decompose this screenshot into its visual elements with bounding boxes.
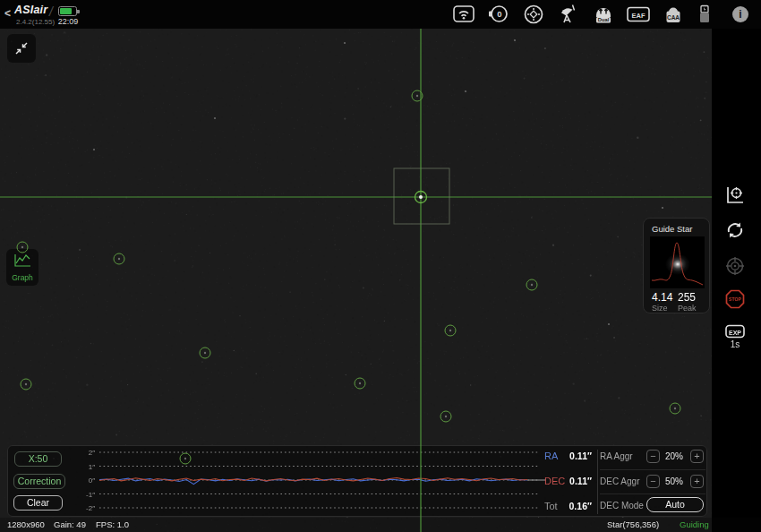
dec-value: 0.11″ — [560, 476, 592, 486]
guide-star-size-value: 4.14 — [652, 291, 672, 304]
divider — [597, 450, 598, 514]
tot-value: 0.16″ — [560, 501, 592, 511]
ra-aggr-minus-button[interactable]: − — [646, 450, 660, 463]
tot-label: Tot — [544, 501, 558, 511]
gain-text: Gain: 49 — [54, 519, 86, 529]
guide-star-title: Guide Star — [652, 224, 692, 234]
ra-aggr-value: 20% — [659, 451, 689, 461]
exposure-value: 1s — [723, 339, 747, 349]
svg-text:EAF: EAF — [632, 12, 646, 20]
usb-icon[interactable] — [692, 3, 717, 26]
resolution-text: 1280x960 — [7, 519, 45, 529]
guiding-state-text: Guiding — [680, 519, 709, 529]
svg-text:CAA: CAA — [667, 14, 680, 21]
dec-aggr-label: DEC Aggr — [600, 476, 639, 486]
y-tick-label: -2″ — [86, 504, 95, 512]
dec-mode-label: DEC Mode — [600, 501, 644, 511]
svg-text:0: 0 — [497, 9, 501, 19]
svg-text:Dual: Dual — [598, 17, 610, 22]
guide-graph-icon[interactable] — [723, 184, 747, 207]
app-version: 2.4.2(12.55) — [16, 18, 55, 26]
dec-aggr-plus-button[interactable]: + — [690, 475, 704, 488]
dec-aggr-minus-button[interactable]: − — [646, 475, 660, 488]
loop-icon[interactable] — [723, 219, 747, 242]
graph-button[interactable]: Graph — [6, 249, 38, 286]
svg-text:STOP: STOP — [729, 296, 742, 302]
guide-star-peak-value: 255 — [678, 291, 696, 304]
dual-guide-icon[interactable]: Dual — [591, 3, 616, 26]
caa-icon[interactable]: CAA — [661, 3, 686, 26]
calibrate-icon[interactable] — [723, 254, 747, 278]
clock-time: 22:09 — [56, 17, 81, 26]
dec-mode-auto-button[interactable]: Auto — [646, 497, 704, 512]
divider — [600, 493, 705, 494]
y-tick-label: -1″ — [86, 491, 95, 499]
graph-button-label: Graph — [6, 273, 38, 282]
back-chevron-icon[interactable]: < — [4, 7, 11, 20]
svg-text:EXP: EXP — [729, 330, 741, 336]
polar-align-icon[interactable] — [521, 3, 546, 26]
y-tick-label: 0″ — [89, 476, 95, 485]
battery-icon — [58, 6, 77, 16]
ra-label: RA — [544, 450, 558, 461]
right-sidebar — [712, 29, 761, 532]
guide-camera-icon[interactable]: 0 — [486, 3, 511, 26]
collapse-icon — [16, 43, 27, 54]
eaf-icon[interactable]: EAF — [626, 3, 651, 26]
ra-aggr-label: RA Aggr — [600, 451, 633, 461]
status-bar: 1280x960 Gain: 49 FPS: 1.0 Star(756,356)… — [0, 518, 761, 532]
star-position-text: Star(756,356) — [607, 519, 659, 529]
app-logo: ASIair — [14, 4, 47, 16]
top-bar: < ASIair 2.4.2(12.55) / 22:09 0DualEAFCA… — [0, 0, 761, 29]
info-icon[interactable]: i — [732, 6, 748, 22]
guide-graph-panel: X:50 Correction Clear 2″1″0″-1″-2″ RA 0.… — [7, 445, 707, 517]
y-tick-label: 1″ — [89, 463, 95, 471]
wifi-icon[interactable] — [451, 3, 476, 26]
guide-star-size-label: Size — [652, 304, 668, 313]
stop-icon[interactable]: STOP — [723, 287, 747, 311]
star-profile-curve — [650, 236, 705, 288]
dec-aggr-value: 50% — [659, 476, 689, 486]
guide-star-panel: Guide Star 4.14 255 Size Peak — [643, 218, 710, 313]
ra-aggr-plus-button[interactable]: + — [690, 450, 704, 463]
mount-icon[interactable] — [555, 3, 580, 26]
graph-icon — [13, 253, 32, 269]
y-tick-label: 2″ — [89, 449, 95, 457]
guide-star-image — [650, 236, 705, 288]
guide-star-peak-label: Peak — [678, 304, 697, 313]
collapse-button[interactable] — [7, 34, 36, 63]
separator: / — [49, 4, 53, 19]
divider — [600, 469, 705, 470]
ra-value: 0.11″ — [560, 450, 592, 461]
fps-text: FPS: 1.0 — [96, 519, 129, 529]
